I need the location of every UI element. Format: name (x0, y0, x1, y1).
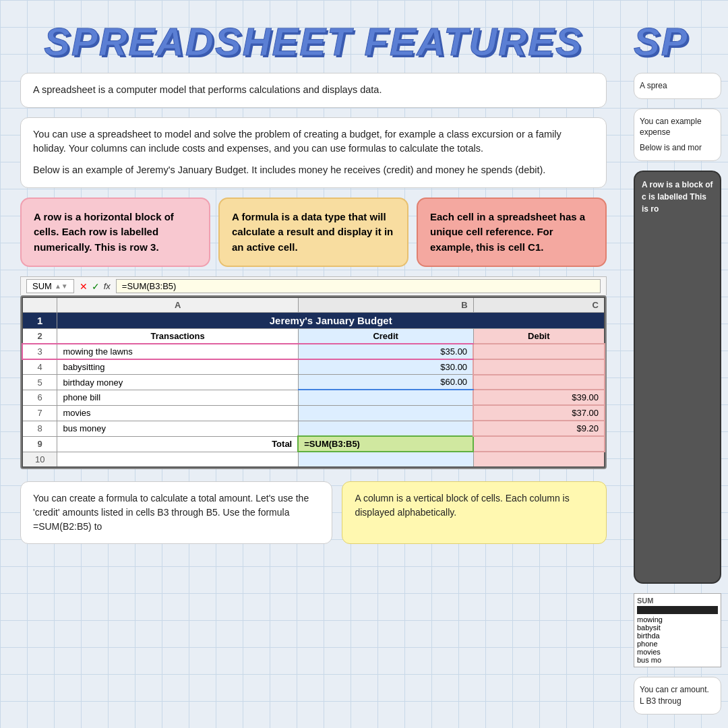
formula-content: =SUM(B3:B5) (116, 279, 601, 293)
col-header-row: A B C (22, 297, 605, 313)
description-box-2: You can use a spreadsheet to model and s… (20, 117, 607, 188)
spreadsheet-section: SUM ▲▼ ✕ ✓ fx =SUM(B3:B5) A (20, 276, 607, 469)
table-row: 5 birthday money $60.00 (22, 375, 605, 390)
table-row: 6 phone bill $39.00 (22, 390, 605, 405)
main-panel: SPREADSHEET FEATURES A spreadsheet is a … (0, 0, 627, 728)
formula-icons: ✕ ✓ fx (80, 281, 111, 292)
bottom-row: You can create a formula to calculate a … (20, 481, 607, 544)
table-row: 7 movies $37.00 (22, 405, 605, 421)
cell-name-box: SUM ▲▼ (26, 279, 74, 293)
table-total-row: 9 Total =SUM(B3:B5) (22, 436, 605, 452)
side-title: SP (634, 20, 721, 63)
spreadsheet-wrapper: A B C 1 Jeremy's January Budget 2 Transa… (20, 295, 607, 469)
table-row: 8 bus money $9.20 (22, 421, 605, 436)
table-row: 4 babysitting $30.00 (22, 359, 605, 375)
table-row: 10 (22, 452, 605, 467)
confirm-icon: ✓ (92, 281, 100, 292)
table-row: 3 mowing the lawns $35.00 (22, 344, 605, 359)
side-panel: SP A sprea You can example expense Below… (627, 0, 728, 728)
page-title: SPREADSHEET FEATURES (20, 20, 607, 63)
bottom-formula-box: You can create a formula to calculate a … (20, 481, 332, 544)
side-desc1: A sprea (634, 73, 721, 99)
table-header-row: 2 Transactions Credit Debit (22, 329, 605, 344)
fx-icon: fx (104, 281, 111, 291)
callout-row: A row is a horizontal block of cells. Ea… (20, 198, 607, 268)
description-box-1: A spreadsheet is a computer model that p… (20, 73, 607, 108)
side-bottom-box: You can cr amount. L B3 throug (634, 677, 721, 715)
side-callout: A row is a block of c is labelled This i… (634, 171, 721, 584)
table-title-row: 1 Jeremy's January Budget (22, 313, 605, 329)
callout-cell-box: Each cell in a spreadsheet has a unique … (417, 198, 607, 268)
callout-row-box: A row is a horizontal block of cells. Ea… (20, 198, 210, 268)
side-desc2: You can example expense Below is and mor (634, 109, 721, 161)
bottom-column-box: A column is a vertical block of cells. E… (342, 481, 607, 544)
side-spreadsheet-hint: SUM mowing babysit birthda phone movies … (634, 593, 721, 667)
cancel-icon: ✕ (80, 281, 88, 292)
formula-bar: SUM ▲▼ ✕ ✓ fx =SUM(B3:B5) (20, 276, 607, 295)
callout-formula-box: A formula is a data type that will calcu… (218, 198, 408, 268)
budget-table: A B C 1 Jeremy's January Budget 2 Transa… (22, 297, 605, 468)
